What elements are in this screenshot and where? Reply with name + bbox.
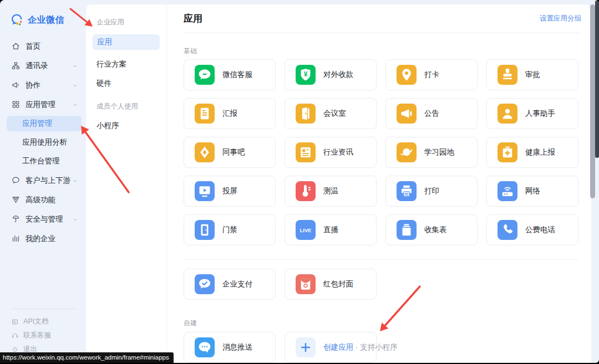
chat-service-icon (195, 65, 215, 85)
tile-label: 打印 (424, 186, 439, 196)
sidebar-item-2[interactable]: 协作 (0, 75, 86, 95)
sidebar-item-label: 安全与管理 (26, 214, 63, 224)
app-tile[interactable]: 打印 (385, 176, 478, 207)
svg-text:¥: ¥ (304, 70, 308, 78)
brand-name: 企业微信 (28, 14, 64, 26)
sidebar-item-label: 高级功能 (26, 195, 55, 205)
tile-label: 健康上报 (525, 147, 555, 157)
app-tile[interactable]: 投屏 (184, 176, 276, 207)
sidebar-subitem-0[interactable]: 应用管理 (7, 116, 82, 131)
phone-icon (498, 220, 517, 240)
chevron-down-icon (72, 82, 78, 88)
section-label-basic: 基础 (184, 47, 197, 56)
tile-label: 对外收款 (323, 70, 353, 80)
app-tile[interactable]: 健康上报 (486, 137, 578, 168)
app-tile[interactable]: 门禁 (184, 214, 276, 245)
submenu-group-title-1: 成员个人使用 (97, 102, 166, 111)
tile-label: 直播 (323, 225, 338, 235)
sidebar-footer-item-1[interactable]: 联系客服 (0, 329, 86, 342)
sidebar-item-6[interactable]: 安全与管理 (0, 209, 86, 229)
app-tile[interactable]: 行业资讯 (285, 137, 377, 168)
app-tile[interactable]: 微信客服 (184, 59, 276, 90)
page-title: 应用 (184, 12, 202, 25)
custom-apps-grid: 消息推送创建应用 · 支持小程序 (184, 332, 578, 363)
sidebar-footer-divider (11, 309, 76, 309)
create-app-tile[interactable]: 创建应用 · 支持小程序 (285, 332, 377, 363)
support-icon (11, 332, 19, 340)
app-tile[interactable]: 消息推送 (184, 332, 276, 363)
tile-label: 同事吧 (222, 147, 245, 157)
submenu-item-应用[interactable]: 应用 (93, 34, 160, 50)
tile-label: 公费电话 (525, 225, 555, 235)
contacts-icon (11, 61, 21, 70)
app-tile[interactable]: 公费电话 (486, 214, 578, 245)
app-tile[interactable]: 人事助手 (486, 98, 578, 129)
tile-label: 汇报 (222, 109, 237, 119)
sidebar-item-5[interactable]: 高级功能 (0, 190, 86, 209)
health-icon (498, 142, 517, 162)
sidebar-item-label: 我的企业 (26, 234, 55, 244)
home-icon (11, 42, 21, 51)
chat-dots-icon (195, 337, 215, 357)
app-tile[interactable]: 审批 (486, 59, 578, 90)
sidebar-item-0[interactable]: 首页 (0, 37, 86, 56)
app-tile[interactable]: 同事吧 (184, 137, 276, 168)
tile-label: 公告 (424, 109, 439, 119)
window-scrollbar-thumb[interactable] (595, 1, 599, 158)
pay-shield-icon: ¥ (296, 65, 316, 85)
set-app-group-link[interactable]: 设置应用分组 (540, 14, 581, 23)
app-tile[interactable]: 汇报 (184, 98, 276, 129)
sidebar-item-7[interactable]: 我的企业 (0, 229, 86, 248)
chevron-down-icon (72, 177, 78, 183)
sidebar-item-4[interactable]: 客户与上下游 (0, 171, 86, 190)
sidebar-item-3[interactable]: 应用管理 (0, 95, 86, 114)
submenu-item-硬件[interactable]: 硬件 (97, 79, 166, 89)
app-tile[interactable]: 公告 (385, 98, 478, 129)
main-header: 应用 设置应用分组 (184, 4, 581, 33)
tile-label: 收集表 (424, 225, 447, 235)
submenu-column: 企业应用应用行业方案硬件成员个人使用小程序 (86, 4, 167, 363)
report-doc-icon (195, 104, 215, 124)
app-tile[interactable]: 企业支付 (184, 269, 276, 300)
inner-scrollbar-thumb[interactable] (590, 4, 595, 198)
app-tile[interactable]: 收集表 (385, 214, 478, 245)
submenu-item-小程序[interactable]: 小程序 (97, 121, 166, 131)
printer-icon (397, 181, 417, 201)
tile-label: 网络 (525, 186, 540, 196)
tile-label: 行业资讯 (323, 147, 353, 157)
app-tile[interactable]: 测温 (285, 176, 377, 207)
sidebar-item-1[interactable]: 通讯录 (0, 56, 86, 75)
sidebar-item-label: 协作 (26, 80, 40, 90)
submenu-item-行业方案[interactable]: 行业方案 (97, 59, 166, 69)
api-doc-icon (11, 318, 19, 326)
app-tile[interactable]: 学习园地 (385, 137, 478, 168)
app-tile[interactable]: 红包封面 (285, 269, 377, 300)
thermo-icon (296, 181, 316, 201)
tile-label: 红包封面 (323, 279, 353, 289)
app-tile[interactable]: LIVE直播 (285, 214, 377, 245)
app-tile[interactable]: 会议室 (285, 98, 377, 129)
sidebar: 企业微信 首页通讯录协作应用管理应用管理应用使用分析工作台管理客户与上下游高级功… (0, 0, 86, 363)
security-icon (11, 214, 21, 224)
customer-icon (11, 176, 21, 185)
pin-icon (397, 65, 417, 85)
tile-label: 门禁 (222, 225, 237, 235)
app-tile[interactable]: ¥对外收款 (285, 59, 377, 90)
status-url-tooltip: https://work.weixin.qq.com/wework_admin/… (0, 352, 174, 363)
sidebar-item-label: 客户与上下游 (26, 176, 70, 186)
sidebar-footer-item-0[interactable]: API文档 (0, 315, 86, 329)
svg-text:LIVE: LIVE (300, 228, 312, 233)
app-tile[interactable]: 网络 (486, 176, 578, 207)
tile-label: 投屏 (222, 186, 237, 196)
pay-check-icon (195, 274, 215, 294)
main-content: 应用 设置应用分组 基础 微信客服¥对外收款打卡审批汇报会议室公告人事助手同事吧… (167, 4, 591, 363)
sidebar-item-label: 通讯录 (26, 61, 48, 71)
tile-label: 创建应用 · 支持小程序 (323, 342, 398, 352)
content-panel: 企业应用应用行业方案硬件成员个人使用小程序 应用 设置应用分组 基础 微信客服¥… (86, 4, 591, 363)
sidebar-subitem-label: 应用使用分析 (22, 137, 67, 147)
sidebar-nav: 首页通讯录协作应用管理应用管理应用使用分析工作台管理客户与上下游高级功能安全与管… (0, 37, 86, 248)
sidebar-subitem-2[interactable]: 工作台管理 (0, 152, 86, 171)
app-tile[interactable]: 打卡 (385, 59, 478, 90)
sidebar-subitem-1[interactable]: 应用使用分析 (0, 133, 86, 152)
payment-apps-grid: 企业支付红包封面 (184, 269, 578, 300)
